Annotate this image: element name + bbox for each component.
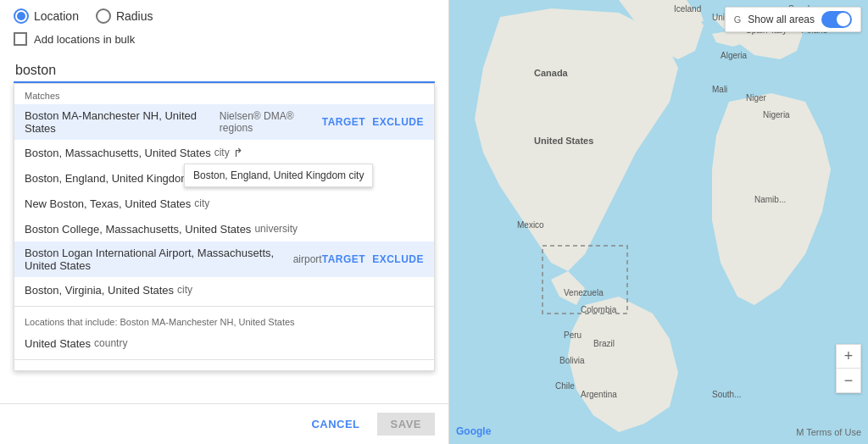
- radius-radio-label: Radius: [116, 9, 153, 23]
- divider: [14, 359, 434, 360]
- map-label-bolivia: Bolivia: [559, 356, 584, 365]
- map-label-south: South...: [712, 390, 741, 399]
- map-label-namib: Namib...: [754, 195, 786, 204]
- item-name: New Boston, Texas, United States: [25, 197, 191, 210]
- top-controls: Location Radius Add locations in bulk: [0, 0, 448, 59]
- map-panel: Canada United States Mexico Venezuela Co…: [449, 0, 868, 444]
- zoom-controls: + −: [836, 344, 861, 393]
- location-dropdown: Matches Boston MA-Manchester NH, United …: [14, 83, 435, 371]
- location-radio-label: Location: [34, 9, 79, 23]
- map-label-nigeria: Nigeria: [763, 110, 790, 119]
- map-label-venezuela: Venezuela: [564, 288, 604, 297]
- map-label-iceland: Iceland: [674, 4, 701, 14]
- item-name: Boston MA-Manchester NH, United States: [25, 109, 216, 135]
- item-actions: TARGET EXCLUDE: [322, 253, 424, 265]
- list-item[interactable]: Boston, Massachusetts, United States cit…: [14, 140, 434, 165]
- terms-label: M Terms of Use: [796, 427, 861, 437]
- show-all-areas-text: Show all areas: [748, 14, 815, 25]
- target-button[interactable]: TARGET: [322, 253, 365, 265]
- cancel-button[interactable]: CANCEL: [304, 413, 366, 436]
- cursor-icon: ↱: [233, 146, 243, 159]
- map-label-canada: Canada: [534, 68, 568, 78]
- search-container: [0, 59, 448, 83]
- includes-section-label: Locations that include: Boston MA-Manche…: [14, 310, 434, 330]
- item-type: city: [194, 197, 209, 209]
- map-top-controls: G Show all areas: [725, 7, 861, 32]
- item-name: Boston, England, United Kingdom: [25, 172, 190, 185]
- radius-radio-circle: [96, 8, 111, 24]
- map-label-peru: Peru: [564, 330, 581, 340]
- map-label-brazil: Brazil: [593, 339, 615, 348]
- add-bulk-checkbox[interactable]: [14, 32, 27, 46]
- radius-radio[interactable]: Radius: [96, 8, 153, 24]
- map-terms: M Terms of Use: [796, 427, 861, 437]
- radio-group: Location Radius: [14, 8, 435, 24]
- item-name: United States: [25, 337, 91, 350]
- list-item[interactable]: United States country: [14, 330, 434, 356]
- item-actions: TARGET EXCLUDE: [322, 116, 424, 128]
- left-panel: Location Radius Add locations in bulk Ma…: [0, 0, 449, 444]
- add-bulk-label: Add locations in bulk: [34, 33, 135, 46]
- map-label-colombia: Colombia: [581, 305, 616, 314]
- related-section-label: Related locations: [14, 364, 434, 371]
- target-button[interactable]: TARGET: [322, 116, 365, 128]
- matches-section-label: Matches: [14, 84, 434, 104]
- map-label-argentina: Argentina: [581, 390, 617, 399]
- map-label-chile: Chile: [555, 381, 575, 391]
- item-type: city: [177, 284, 192, 296]
- zoom-out-button[interactable]: −: [837, 369, 860, 392]
- item-name: Boston College, Massachusetts, United St…: [25, 223, 251, 236]
- zoom-in-button[interactable]: +: [837, 345, 860, 369]
- google-label: Google: [456, 425, 491, 437]
- map-svg: [449, 0, 868, 444]
- item-type: university: [254, 223, 298, 235]
- search-input[interactable]: [14, 59, 435, 83]
- item-name: Boston, Massachusetts, United States: [25, 147, 211, 159]
- google-brand: Google: [456, 425, 491, 437]
- map-label-algeria: Algeria: [721, 51, 747, 60]
- add-bulk-row[interactable]: Add locations in bulk: [14, 32, 435, 46]
- bottom-buttons: CANCEL SAVE: [0, 403, 448, 444]
- list-item[interactable]: Boston, Virginia, United States city: [14, 277, 434, 302]
- list-item[interactable]: Boston Logan International Airport, Mass…: [14, 241, 434, 277]
- location-radio-circle: [14, 8, 29, 24]
- divider: [14, 306, 434, 307]
- list-item[interactable]: New Boston, Texas, United States city: [14, 191, 434, 216]
- exclude-button[interactable]: EXCLUDE: [372, 116, 424, 128]
- list-item[interactable]: Boston College, Massachusetts, United St…: [14, 216, 434, 241]
- show-all-areas-toggle[interactable]: [821, 11, 852, 28]
- tooltip-box: Boston, England, United Kingdom city: [184, 164, 373, 187]
- map-label-niger: Niger: [746, 93, 766, 103]
- location-radio[interactable]: Location: [14, 8, 79, 24]
- map-label-us: United States: [534, 136, 593, 146]
- save-button[interactable]: SAVE: [377, 413, 435, 436]
- item-name: Boston Logan International Airport, Mass…: [25, 247, 290, 272]
- item-type: city: [214, 147, 230, 158]
- list-item[interactable]: Boston MA-Manchester NH, United States N…: [14, 104, 434, 140]
- show-all-areas-label: G: [734, 14, 742, 25]
- item-name: Boston, Virginia, United States: [25, 284, 174, 297]
- map-label-mali: Mali: [712, 85, 727, 94]
- main-container: Location Radius Add locations in bulk Ma…: [0, 0, 868, 444]
- item-type: country: [94, 337, 127, 349]
- item-type: airport: [293, 253, 322, 265]
- item-type: Nielsen® DMA® regions: [220, 110, 322, 134]
- map-label-mexico: Mexico: [517, 220, 544, 230]
- exclude-button[interactable]: EXCLUDE: [372, 253, 424, 265]
